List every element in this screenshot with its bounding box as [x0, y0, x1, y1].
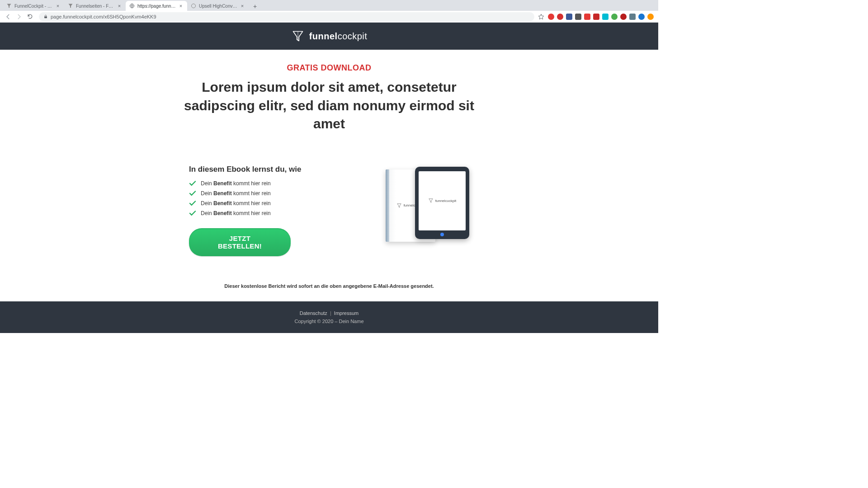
tab-strip: FunnelCockpit - Splittests, Ma × Funnels… — [0, 0, 658, 11]
benefit-item: Dein Benefit kommt hier rein — [189, 200, 325, 206]
browser-tab[interactable]: FunnelCockpit - Splittests, Ma × — [3, 1, 64, 11]
profile-avatar[interactable] — [647, 14, 654, 20]
browser-tab[interactable]: Upsell HighConversion × — [187, 1, 249, 11]
brand-text: funnelcockpit — [309, 31, 368, 42]
forward-button[interactable] — [14, 12, 24, 21]
benefit-list: Dein Benefit kommt hier rein Dein Benefi… — [189, 180, 325, 216]
extension-icon[interactable] — [584, 14, 590, 20]
extension-icon[interactable] — [575, 14, 581, 20]
extension-icon[interactable] — [602, 14, 609, 20]
footer-links: Datenschutz | Impressum — [0, 310, 658, 316]
extension-icon[interactable] — [620, 14, 627, 20]
new-tab-button[interactable]: + — [250, 2, 259, 11]
benefit-item: Dein Benefit kommt hier rein — [189, 180, 325, 187]
tab-title: Upsell HighConversion — [199, 4, 238, 9]
privacy-link[interactable]: Datenschutz — [300, 310, 327, 316]
page-header: funnelcockpit — [0, 23, 658, 50]
extension-icon[interactable] — [557, 14, 563, 20]
check-icon — [189, 211, 196, 216]
separator: | — [330, 310, 331, 316]
tablet-home-button — [440, 233, 444, 236]
globe-icon — [129, 3, 135, 9]
mini-logo: funnelcockpit — [428, 198, 457, 203]
benefit-text: Dein Benefit kommt hier rein — [201, 210, 271, 216]
benefit-item: Dein Benefit kommt hier rein — [189, 190, 325, 197]
benefit-item: Dein Benefit kommt hier rein — [189, 210, 325, 216]
check-icon — [189, 191, 196, 196]
extension-icon[interactable] — [611, 14, 618, 20]
address-bar[interactable]: page.funnelcockpit.com/x6SH5QponKvm4eKK9 — [39, 12, 534, 21]
close-icon[interactable]: × — [117, 3, 122, 9]
benefit-text: Dein Benefit kommt hier rein — [201, 190, 271, 197]
check-icon — [189, 181, 196, 186]
extension-icon[interactable] — [593, 14, 599, 20]
url-text: page.funnelcockpit.com/x6SH5QponKvm4eKK9 — [51, 14, 156, 19]
browser-tab[interactable]: Funnelseiten - FunnelCockpit × — [64, 1, 126, 11]
browser-tab-active[interactable]: https://page.funnelcockpit.co × — [126, 1, 187, 11]
lock-icon — [43, 14, 48, 19]
extension-icon[interactable] — [548, 14, 554, 20]
star-icon[interactable] — [538, 14, 544, 20]
funnel-icon — [291, 29, 305, 43]
favicon-icon — [68, 3, 73, 9]
disclaimer-text: Dieser kostenlose Bericht wird sofort an… — [112, 283, 546, 289]
extension-icon[interactable] — [629, 14, 636, 20]
benefit-text: Dein Benefit kommt hier rein — [201, 200, 271, 206]
svg-point-1 — [192, 4, 196, 8]
page-footer: Datenschutz | Impressum Copyright © 2020… — [0, 301, 658, 333]
benefit-text: Dein Benefit kommt hier rein — [201, 180, 271, 187]
tab-title: Funnelseiten - FunnelCockpit — [76, 4, 115, 9]
extension-icons — [548, 14, 656, 20]
page-viewport: funnelcockpit GRATIS DOWNLOAD Lorem ipsu… — [0, 23, 658, 369]
extension-icon[interactable] — [638, 14, 645, 20]
benefits-column: In diesem Ebook lernst du, wie Dein Bene… — [189, 165, 325, 256]
reload-button[interactable] — [25, 12, 34, 21]
close-icon[interactable]: × — [240, 3, 245, 9]
mini-logo-text: funnelcockpit — [435, 199, 457, 203]
tablet-mockup: funnelcockpit — [415, 167, 469, 239]
two-column-section: In diesem Ebook lernst du, wie Dein Bene… — [112, 165, 546, 256]
back-button[interactable] — [4, 12, 13, 21]
favicon-icon — [6, 3, 12, 9]
extension-icon[interactable] — [566, 14, 572, 20]
product-mockup: funnelcockpit funnelcockpit — [352, 165, 469, 246]
overline-label: GRATIS DOWNLOAD — [112, 63, 546, 73]
globe-icon — [191, 3, 196, 9]
svg-rect-2 — [44, 16, 47, 18]
imprint-link[interactable]: Impressum — [334, 310, 359, 316]
tab-title: https://page.funnelcockpit.co — [137, 4, 176, 9]
close-icon[interactable]: × — [55, 3, 61, 9]
benefits-heading: In diesem Ebook lernst du, wie — [189, 165, 325, 174]
close-icon[interactable]: × — [178, 3, 184, 9]
copyright-text: Copyright © 2020 – Dein Name — [0, 319, 658, 324]
page-headline: Lorem ipsum dolor sit amet, consetetur s… — [175, 78, 483, 133]
cta-button[interactable]: JETZT BESTELLEN! — [189, 228, 291, 256]
tablet-screen: funnelcockpit — [419, 171, 466, 230]
browser-toolbar: page.funnelcockpit.com/x6SH5QponKvm4eKK9 — [0, 11, 658, 23]
main-content: GRATIS DOWNLOAD Lorem ipsum dolor sit am… — [103, 50, 555, 289]
tab-title: FunnelCockpit - Splittests, Ma — [14, 4, 53, 9]
check-icon — [189, 201, 196, 206]
brand-logo: funnelcockpit — [291, 29, 368, 43]
browser-chrome: FunnelCockpit - Splittests, Ma × Funnels… — [0, 0, 658, 23]
